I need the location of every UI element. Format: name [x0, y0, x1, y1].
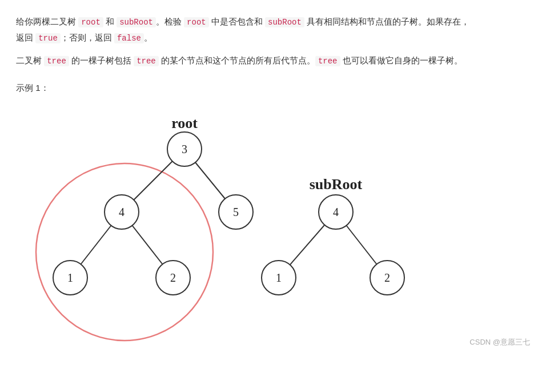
node-r1-label: 1	[67, 271, 73, 284]
desc-code-root2: root	[184, 17, 209, 27]
desc-line2-mid1: ；否则，返回	[61, 33, 114, 42]
desc-line1-mid2: 。检验	[156, 17, 184, 26]
subroot-label: subRoot	[310, 176, 363, 193]
tree-diagram: root subRoot 3 4 5 1 2 4 1 2	[16, 101, 530, 352]
description-block: 给你两棵二叉树 root 和 subRoot。检验 root 中是否包含和 su…	[16, 14, 526, 46]
extra-code-tree3: tree	[315, 56, 340, 66]
node-r2-label: 2	[170, 271, 176, 284]
watermark: CSDN @意愿三七	[469, 336, 530, 349]
diagram-area: root subRoot 3 4 5 1 2 4 1 2 CSDN @意愿三七	[16, 101, 530, 352]
extra-mid1: 的一棵子树包括	[69, 55, 134, 65]
highlight-circle	[36, 163, 213, 341]
desc-line2-pre: 返回	[16, 33, 35, 42]
desc-code-true: true	[35, 33, 61, 43]
extra-mid2: 的某个节点和这个节点的所有后代节点。	[159, 55, 315, 65]
extra-pre: 二叉树	[16, 55, 44, 65]
node-r5-label: 5	[233, 206, 239, 218]
node-s2-label: 2	[384, 271, 390, 284]
extra-code-tree2: tree	[134, 56, 159, 66]
desc-code-subroot: subRoot	[117, 17, 156, 27]
node-s1-label: 1	[276, 271, 282, 284]
desc-line1-mid3: 中是否包含和	[209, 17, 265, 26]
node-r3-label: 3	[182, 143, 187, 155]
root-label: root	[171, 115, 198, 131]
extra-code-tree1: tree	[44, 56, 69, 66]
desc-line2-end: 。	[144, 33, 152, 42]
desc-line1-mid1: 和	[103, 17, 117, 26]
desc-code-false: false	[114, 33, 144, 43]
example-label: 示例 1：	[16, 81, 526, 95]
extra-description-block: 二叉树 tree 的一棵子树包括 tree 的某个节点和这个节点的所有后代节点。…	[16, 53, 526, 69]
desc-line1-pre: 给你两棵二叉树	[16, 17, 78, 26]
desc-line1-mid4: 具有相同结构和节点值的子树。如果存在，	[304, 17, 469, 26]
node-s4-label: 4	[333, 206, 339, 218]
extra-end: 也可以看做它自身的一棵子树。	[340, 55, 463, 65]
desc-code-root: root	[78, 17, 103, 27]
node-r4-label: 4	[119, 206, 125, 218]
desc-code-subroot2: subRoot	[265, 17, 304, 27]
